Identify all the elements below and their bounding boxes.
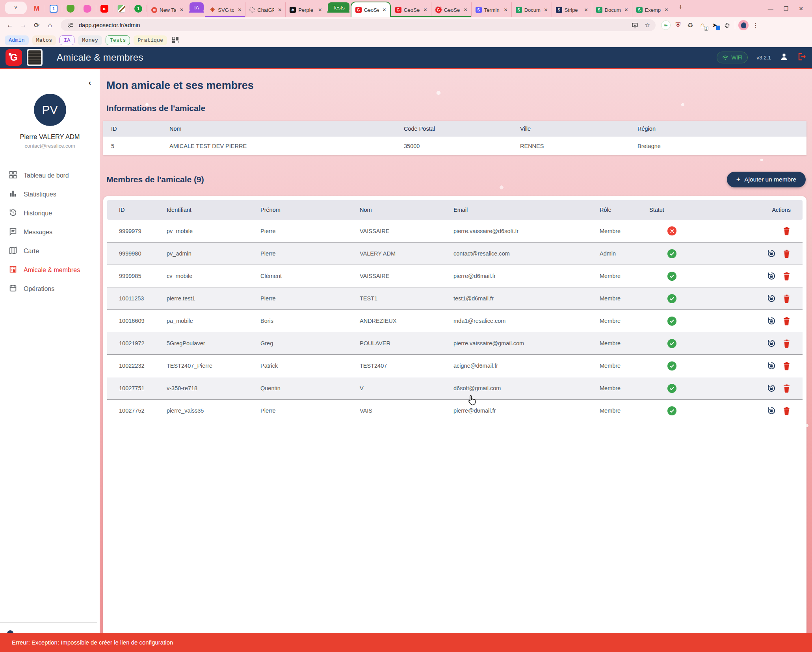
reset-password-button[interactable] [767, 271, 776, 281]
browser-tab[interactable]: S Stripe ✕ [552, 2, 592, 17]
delete-member-button[interactable] [782, 384, 791, 393]
bookmark-item[interactable]: Money [78, 35, 102, 45]
browser-tab[interactable]: ✳ SVG to ✕ [205, 2, 245, 17]
browser-tab[interactable]: G GeoSec ✕ [431, 2, 471, 17]
reset-password-button[interactable] [767, 316, 776, 326]
greenapp-pinned-tab-icon[interactable] [67, 5, 74, 13]
browser-menu-icon[interactable]: ⋮ [750, 22, 761, 29]
stats-icon [9, 189, 17, 200]
delete-member-button[interactable] [782, 249, 791, 258]
home-button[interactable]: ⌂ [44, 19, 56, 31]
browser-tab[interactable]: New Ta ✕ [147, 2, 187, 17]
member-row: 9999980 pv_admin Pierre VALERY ADM conta… [107, 242, 803, 265]
tab-close-icon[interactable]: ✕ [503, 7, 509, 13]
reset-password-button[interactable] [767, 406, 776, 415]
tab-close-icon[interactable]: ✕ [277, 7, 283, 13]
map-icon [9, 246, 17, 256]
sidebar-item-statistiques[interactable]: Statistiques [0, 185, 100, 204]
reset-password-button[interactable] [767, 339, 776, 348]
browser-tab[interactable]: G GeoSec ✕ [351, 2, 391, 17]
sidebar-item-carte[interactable]: Carte [0, 242, 100, 261]
gmail-pinned-tab-icon[interactable]: M [33, 5, 41, 13]
extension-home-icon[interactable]: ⌂1 [698, 20, 707, 30]
extension-recycle-icon[interactable]: ♻ [686, 20, 695, 30]
delete-member-button[interactable] [782, 406, 791, 415]
address-bar[interactable]: dapp.geosector.fr/admin ☆ [61, 19, 656, 31]
bookmark-item[interactable]: IA [59, 35, 74, 45]
close-button[interactable]: ✕ [799, 6, 803, 12]
user-account-icon[interactable] [780, 52, 788, 63]
delete-member-button[interactable] [782, 361, 791, 370]
browser-tab[interactable]: ChatGP ✕ [245, 2, 285, 17]
forward-button[interactable]: → [17, 19, 29, 31]
sidebar-item-historique[interactable]: Historique [0, 204, 100, 223]
member-row: 10011253 pierre.test1 Pierre TEST1 test1… [107, 287, 803, 309]
sidebar-item-messages[interactable]: Messages [0, 223, 100, 242]
tab-close-icon[interactable]: ✕ [178, 7, 185, 13]
sidebar-item-tableau-de-bord[interactable]: Tableau de bord [0, 166, 100, 185]
reset-password-button[interactable] [767, 383, 776, 393]
pinkapp-pinned-tab-icon[interactable] [84, 5, 91, 13]
back-button[interactable]: ← [4, 19, 16, 31]
members-column-header: Statut [649, 207, 706, 213]
extension-shield-icon[interactable]: ⛨ [673, 20, 683, 30]
delete-member-button[interactable] [782, 339, 791, 348]
browser-tab[interactable]: S Termin ✕ [471, 2, 511, 17]
members-table-body: 9999979 pv_mobile Pierre VAISSAIRE pierr… [107, 220, 803, 422]
extension-cursor-icon[interactable]: ➤ [710, 20, 719, 30]
apps-grid-icon[interactable] [172, 37, 178, 43]
browser-tab[interactable]: S Exempl ✕ [632, 2, 672, 17]
extension-leaf-icon[interactable]: ❧ [661, 20, 671, 30]
bookmark-item[interactable]: Tests [106, 35, 130, 45]
bookmark-item[interactable]: Matos [32, 35, 56, 45]
new-tab-button[interactable]: + [675, 2, 686, 13]
add-member-button[interactable]: + Ajouter un membre [727, 172, 806, 187]
tab-close-icon[interactable]: ✕ [543, 7, 549, 13]
logout-icon[interactable] [797, 52, 806, 63]
reset-password-button[interactable] [767, 294, 776, 303]
sidebar-item-op-rations[interactable]: Opérations [0, 280, 100, 298]
tab-close-icon[interactable]: ✕ [236, 7, 243, 13]
delete-member-button[interactable] [782, 226, 791, 235]
tab-group-chip[interactable]: IA [190, 2, 204, 13]
site-settings-icon[interactable] [66, 21, 75, 30]
browser-tab[interactable]: G GeoSec ✕ [391, 2, 431, 17]
user-email: contact@resalice.com [0, 143, 100, 149]
delete-member-button[interactable] [782, 294, 791, 303]
delete-member-button[interactable] [782, 272, 791, 281]
minimize-button[interactable]: — [768, 6, 773, 12]
tab-search-button[interactable]: ˅ [5, 2, 27, 14]
browser-tab[interactable]: S Docume ✕ [592, 2, 632, 17]
sidebar-nav: Tableau de bord Statistiques Historique … [0, 166, 100, 298]
tab-close-icon[interactable]: ✕ [422, 7, 429, 13]
delete-member-button[interactable] [782, 317, 791, 326]
reload-button[interactable]: ⟳ [31, 19, 43, 31]
tab-close-icon[interactable]: ✕ [317, 7, 323, 13]
bookmark-item[interactable]: Admin [5, 35, 29, 45]
tab-group-chip[interactable]: Tests [328, 2, 349, 13]
bookmark-item[interactable]: Pratique [134, 35, 167, 45]
members-column-header: ID [107, 207, 167, 213]
sidebar-collapse-icon[interactable]: ‹ [89, 79, 91, 87]
tab-close-icon[interactable]: ✕ [623, 7, 630, 13]
tab-close-icon[interactable]: ✕ [583, 7, 589, 13]
bookmark-star-icon[interactable]: ☆ [643, 21, 652, 30]
browser-tab[interactable]: ✶ Perple ✕ [285, 2, 325, 17]
maximize-button[interactable]: ❐ [784, 6, 789, 12]
install-app-icon[interactable] [630, 21, 639, 30]
browser-tab[interactable]: S Docume ✕ [511, 2, 552, 17]
reset-password-button[interactable] [767, 361, 776, 370]
calendar-pinned-tab-icon[interactable]: 1 [50, 5, 58, 13]
green1-pinned-tab-icon[interactable]: 1 [134, 5, 142, 13]
extensions-menu-icon[interactable] [722, 20, 732, 30]
info-column-header: ID [103, 126, 169, 132]
youtube-pinned-tab-icon[interactable]: ▶ [100, 5, 108, 13]
sidebar-item-amicale-membres[interactable]: Amicale & membres [0, 261, 100, 280]
tab-close-icon[interactable]: ✕ [463, 7, 469, 13]
tab-close-icon[interactable]: ✕ [663, 7, 670, 13]
reset-password-button[interactable] [767, 249, 776, 258]
profile-avatar[interactable] [738, 20, 749, 30]
tab-favicon: S [556, 7, 562, 13]
tab-close-icon[interactable]: ✕ [381, 7, 388, 13]
mapnotes-pinned-tab-icon[interactable] [117, 5, 125, 13]
